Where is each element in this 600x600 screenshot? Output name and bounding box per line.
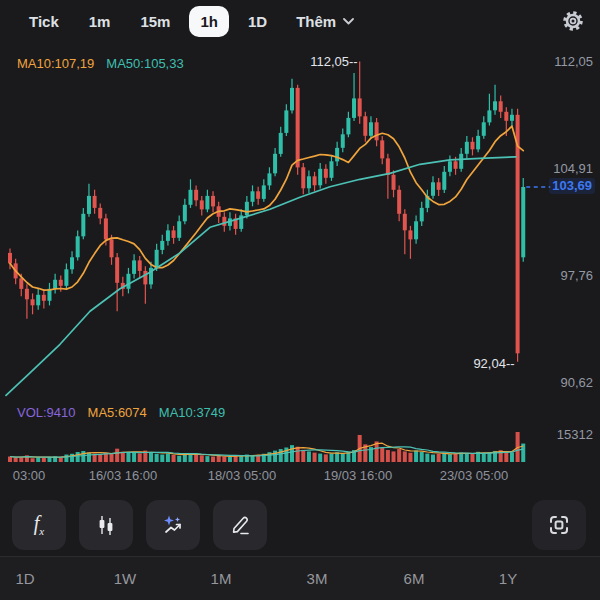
tab-1m[interactable]: 1M — [211, 570, 232, 587]
tab-6m[interactable]: 6M — [404, 570, 425, 587]
ai-sparkle-icon — [162, 514, 184, 536]
tab-1y[interactable]: 1Y — [499, 570, 517, 587]
vol-legend: VOL:9410 — [17, 405, 76, 420]
timeframe-bar: 1D 1W 1M 3M 6M 1Y — [0, 556, 600, 600]
volume-legend: VOL:9410 MA5:6074 MA10:3749 — [17, 405, 225, 420]
price-axis-label: 104,91 — [553, 161, 593, 177]
interval-toolbar: Tick 1m 15m 1h 1D Thêm — [0, 0, 600, 42]
tab-1w[interactable]: 1W — [114, 570, 137, 587]
volume-axis-label: 15312 — [557, 427, 593, 442]
time-axis-label: 19/03 16:00 — [324, 468, 393, 483]
ma10-legend: MA10:107,19 — [17, 56, 94, 71]
price-ma-legend: MA10:107,19 MA50:105,33 — [17, 56, 184, 71]
high-price-marker: 112,05-- — [310, 54, 357, 69]
interval-15m[interactable]: 15m — [129, 6, 181, 37]
indicators-button[interactable]: fx — [12, 500, 66, 550]
interval-1m[interactable]: 1m — [78, 6, 122, 37]
fullscreen-button[interactable] — [532, 500, 586, 550]
chevron-down-icon — [343, 18, 354, 25]
ma50-legend: MA50:105,33 — [106, 56, 183, 71]
chart-toolbar: fx — [0, 498, 600, 552]
tab-3m[interactable]: 3M — [307, 570, 328, 587]
time-axis-label: 23/03 05:00 — [440, 468, 509, 483]
fx-indicator-icon: fx — [34, 513, 44, 537]
price-axis-label: 112,05 — [554, 54, 593, 70]
candlestick-style-icon — [95, 514, 117, 536]
interval-1h[interactable]: 1h — [189, 6, 229, 37]
draw-button[interactable] — [213, 500, 267, 550]
vol-ma5-legend: MA5:6074 — [88, 405, 147, 420]
price-axis-label: 90,62 — [560, 375, 593, 391]
time-axis-label: 18/03 05:00 — [208, 468, 277, 483]
tab-1d[interactable]: 1D — [15, 570, 34, 587]
time-axis-label: 03:00 — [13, 468, 46, 483]
ai-pattern-button[interactable] — [146, 500, 200, 550]
more-intervals-button[interactable]: Thêm — [290, 6, 360, 37]
vol-ma10-legend: MA10:3749 — [159, 405, 226, 420]
low-price-marker: 92,04-- — [473, 356, 514, 371]
current-price-label: 103,69 — [549, 178, 595, 194]
time-axis-label: 16/03 16:00 — [89, 468, 158, 483]
more-label: Thêm — [296, 13, 336, 30]
interval-tick[interactable]: Tick — [18, 6, 70, 37]
fullscreen-icon — [547, 513, 571, 537]
chart-style-button[interactable] — [79, 500, 133, 550]
interval-1d[interactable]: 1D — [237, 6, 278, 37]
draw-pencil-icon — [229, 514, 251, 536]
price-axis-label: 97,76 — [560, 268, 593, 284]
